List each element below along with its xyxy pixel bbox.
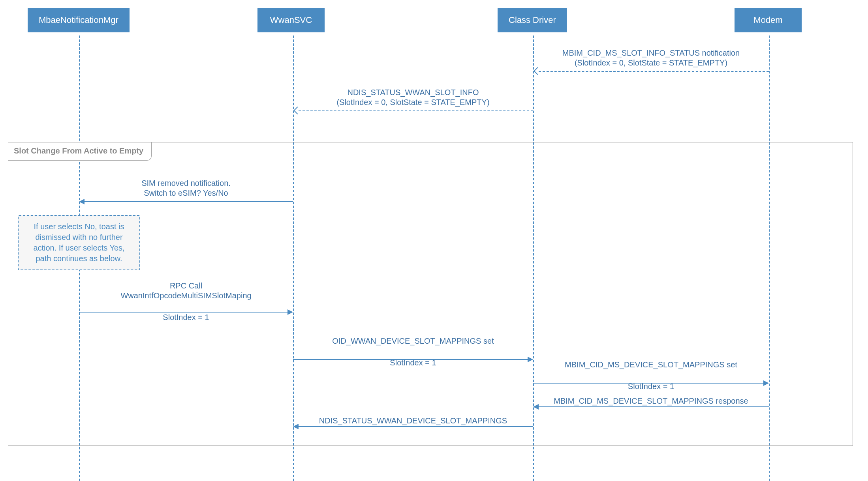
msg-text: MBIM_CID_MS_SLOT_INFO_STATUS notificatio… (562, 49, 740, 57)
msg-text: NDIS_STATUS_WWAN_DEVICE_SLOT_MAPPINGS (319, 416, 507, 425)
msg-text: RPC Call (170, 281, 202, 290)
actor-label: Modem (753, 15, 782, 25)
arrow-icon (293, 424, 299, 429)
msg-text: (SlotIndex = 0, SlotState = STATE_EMPTY) (336, 98, 489, 107)
msg-ndis-slot-mappings: NDIS_STATUS_WWAN_DEVICE_SLOT_MAPPINGS (293, 418, 533, 438)
arrow-icon (534, 67, 541, 75)
msg-text: MBIM_CID_MS_DEVICE_SLOT_MAPPINGS respons… (554, 397, 748, 405)
msg-mbim-slot-mappings-resp: MBIM_CID_MS_DEVICE_SLOT_MAPPINGS respons… (533, 399, 769, 418)
msg-text: SIM removed notification. (141, 179, 231, 187)
arrow-icon (528, 357, 533, 362)
arrow-icon (287, 309, 293, 315)
actor-mbae: MbaeNotificationMgr (28, 8, 130, 32)
msg-text: SlotIndex = 1 (163, 313, 209, 322)
msg-text: Switch to eSIM? Yes/No (144, 189, 228, 197)
actor-label: MbaeNotificationMgr (39, 15, 118, 25)
msg-mbim-slot-mappings-set: MBIM_CID_MS_DEVICE_SLOT_MAPPINGS set Slo… (533, 367, 769, 387)
actor-label: Class Driver (509, 15, 556, 25)
actor-modem: Modem (735, 8, 802, 32)
msg-text: WwanIntfOpcodeMultiSIMSlotMaping (120, 291, 251, 300)
fragment-label: Slot Change From Active to Empty (8, 142, 152, 161)
msg-rpc-call: RPC Call WwanIntfOpcodeMultiSIMSlotMapin… (79, 292, 293, 312)
actor-classdriver: Class Driver (498, 8, 567, 32)
msg-text: OID_WWAN_DEVICE_SLOT_MAPPINGS set (332, 337, 494, 345)
msg-text: (SlotIndex = 0, SlotState = STATE_EMPTY) (575, 58, 727, 67)
arrow-icon (79, 199, 85, 204)
actor-wwan: WwanSVC (257, 8, 325, 32)
arrow-icon (533, 404, 539, 410)
note-user-selection: If user selects No, toast is dismissed w… (18, 215, 140, 270)
msg-text: NDIS_STATUS_WWAN_SLOT_INFO (347, 88, 479, 97)
msg-mbim-slot-info: MBIM_CID_MS_SLOT_INFO_STATUS notificatio… (533, 55, 769, 75)
arrow-icon (293, 107, 301, 114)
msg-ndis-slot-info: NDIS_STATUS_WWAN_SLOT_INFO (SlotIndex = … (293, 95, 533, 114)
msg-text: MBIM_CID_MS_DEVICE_SLOT_MAPPINGS set (565, 360, 737, 369)
msg-sim-removed: SIM removed notification. Switch to eSIM… (79, 185, 293, 205)
note-text: If user selects No, toast is dismissed w… (33, 222, 124, 263)
actor-label: WwanSVC (270, 15, 312, 25)
msg-oid-slot-mappings: OID_WWAN_DEVICE_SLOT_MAPPINGS set SlotIn… (293, 343, 533, 363)
arrow-icon (763, 380, 769, 386)
